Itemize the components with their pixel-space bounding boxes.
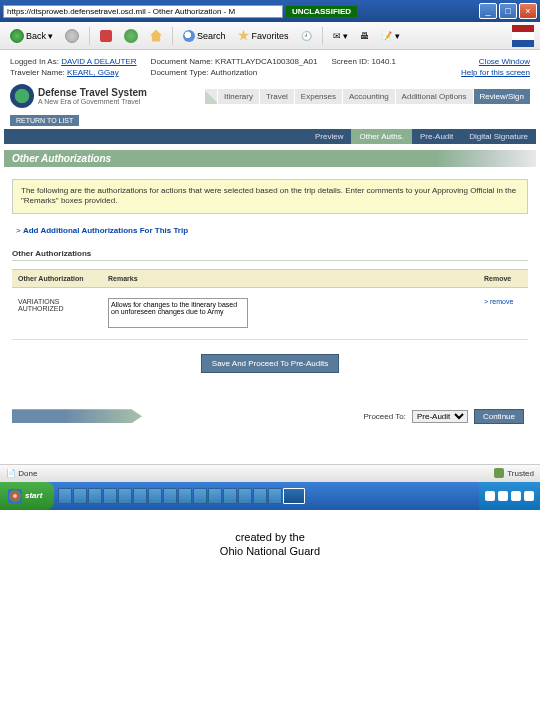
stop-icon (100, 30, 112, 42)
edit-button[interactable]: 📝 ▾ (377, 29, 404, 43)
browser-toolbar: Back ▾ Search Favorites 🕘 ✉ ▾ 🖶 📝 ▾ (0, 22, 540, 50)
home-button[interactable] (146, 28, 166, 44)
browser-statusbar: 📄 Done Trusted (0, 464, 540, 482)
subtab-preview[interactable]: Preview (307, 129, 351, 144)
proceed-label: Proceed To: (363, 412, 406, 421)
subtab-other-auths[interactable]: Other Auths. (351, 129, 411, 144)
subsection-title: Other Authorizations (12, 249, 528, 261)
taskbar-item[interactable] (193, 488, 207, 504)
col-remarks: Remarks (102, 269, 478, 287)
dts-seal-icon (10, 84, 34, 108)
subtab-preaudit[interactable]: Pre-Audit (412, 129, 461, 144)
history-button[interactable]: 🕘 (297, 29, 316, 43)
address-bar: https://dtsproweb.defensetravel.osd.mil … (3, 5, 479, 18)
tray-icon[interactable] (498, 491, 508, 501)
tab-review[interactable]: Review/Sign (473, 89, 530, 104)
taskbar-item[interactable] (223, 488, 237, 504)
col-remove: Remove (478, 269, 528, 287)
maximize-button[interactable]: □ (499, 3, 517, 19)
remove-link[interactable]: > remove (484, 298, 513, 305)
refresh-icon (124, 29, 138, 43)
taskbar-item[interactable] (178, 488, 192, 504)
taskbar-item[interactable] (148, 488, 162, 504)
taskbar-item[interactable] (118, 488, 132, 504)
col-authorization: Other Authorization (12, 269, 102, 287)
window-titlebar: https://dtsproweb.defensetravel.osd.mil … (0, 0, 540, 22)
tab-itinerary[interactable]: Itinerary (217, 89, 259, 104)
taskbar-item[interactable] (163, 488, 177, 504)
proceed-bar: Proceed To: Pre-Audit Continue (4, 403, 536, 430)
taskbar-item-active[interactable] (283, 488, 305, 504)
classification-banner: UNCLASSIFIED (286, 6, 357, 17)
stop-button[interactable] (96, 28, 116, 44)
taskbar-item[interactable] (133, 488, 147, 504)
section-title: Other Authorizations (4, 150, 536, 167)
continue-button[interactable]: Continue (474, 409, 524, 424)
forward-button[interactable] (61, 27, 83, 45)
system-tray[interactable] (479, 482, 540, 510)
close-window-link[interactable]: Close Window (461, 57, 530, 66)
tab-travel[interactable]: Travel (259, 89, 294, 104)
slide-footer: created by the Ohio National Guard (0, 510, 540, 579)
taskbar-item[interactable] (73, 488, 87, 504)
back-button[interactable]: Back ▾ (6, 27, 57, 45)
windows-taskbar: start (0, 482, 540, 510)
traveler-link[interactable]: KEARL, GGay (67, 68, 119, 77)
tray-icon[interactable] (524, 491, 534, 501)
search-button[interactable]: Search (179, 28, 230, 44)
tab-additional[interactable]: Additional Options (395, 89, 473, 104)
dts-title: Defense Travel System (38, 87, 147, 98)
taskbar-item[interactable] (88, 488, 102, 504)
subtab-signature[interactable]: Digital Signature (461, 129, 536, 144)
dts-header: Defense Travel System A New Era of Gover… (10, 84, 530, 108)
back-icon (10, 29, 24, 43)
status-text: Done (18, 469, 37, 478)
minimize-button[interactable]: _ (479, 3, 497, 19)
close-button[interactable]: × (519, 3, 537, 19)
add-authorizations-link[interactable]: Add Additional Authorizations For This T… (23, 226, 188, 235)
url-field[interactable]: https://dtsproweb.defensetravel.osd.mil … (3, 5, 283, 18)
favorites-button[interactable]: Favorites (234, 28, 293, 44)
favorites-icon (238, 30, 250, 42)
proceed-select[interactable]: Pre-Audit (412, 410, 468, 423)
taskbar-item[interactable] (253, 488, 267, 504)
mail-button[interactable]: ✉ ▾ (329, 29, 353, 43)
quick-launch (54, 482, 479, 510)
tab-accounting[interactable]: Accounting (342, 89, 395, 104)
help-link[interactable]: Help for this screen (461, 68, 530, 77)
page-content: Logged In As: DAVID A DELAUTER Traveler … (0, 50, 540, 434)
taskbar-item[interactable] (238, 488, 252, 504)
windows-logo-icon (8, 489, 22, 503)
remarks-input[interactable]: Allows for changes to the itinerary base… (108, 298, 248, 328)
taskbar-item[interactable] (103, 488, 117, 504)
taskbar-item[interactable] (58, 488, 72, 504)
home-icon (150, 30, 162, 42)
dts-subtitle: A New Era of Government Travel (38, 98, 147, 105)
notice-box: The following are the authorizations for… (12, 179, 528, 214)
sub-nav: Preview Other Auths. Pre-Audit Digital S… (4, 129, 536, 144)
main-nav: Itinerary Travel Expenses Accounting Add… (205, 89, 530, 104)
print-button[interactable]: 🖶 (356, 29, 373, 43)
start-button[interactable]: start (0, 482, 54, 510)
logged-user-link[interactable]: DAVID A DELAUTER (61, 57, 136, 66)
auth-name: VARIATIONS AUTHORIZED (12, 287, 102, 339)
taskbar-item[interactable] (208, 488, 222, 504)
trusted-icon (494, 468, 504, 478)
search-icon (183, 30, 195, 42)
tray-icon[interactable] (511, 491, 521, 501)
return-to-list-button[interactable]: RETURN TO LIST (10, 115, 79, 126)
document-info-bar: Logged In As: DAVID A DELAUTER Traveler … (4, 54, 536, 80)
refresh-button[interactable] (120, 27, 142, 45)
save-proceed-button[interactable]: Save And Proceed To Pre-Audits (201, 354, 339, 373)
forward-icon (65, 29, 79, 43)
table-row: VARIATIONS AUTHORIZED Allows for changes… (12, 287, 528, 339)
tray-icon[interactable] (485, 491, 495, 501)
tab-expenses[interactable]: Expenses (294, 89, 342, 104)
authorizations-table: Other Authorization Remarks Remove VARIA… (12, 269, 528, 340)
ie-flag-icon (512, 25, 534, 47)
taskbar-item[interactable] (268, 488, 282, 504)
